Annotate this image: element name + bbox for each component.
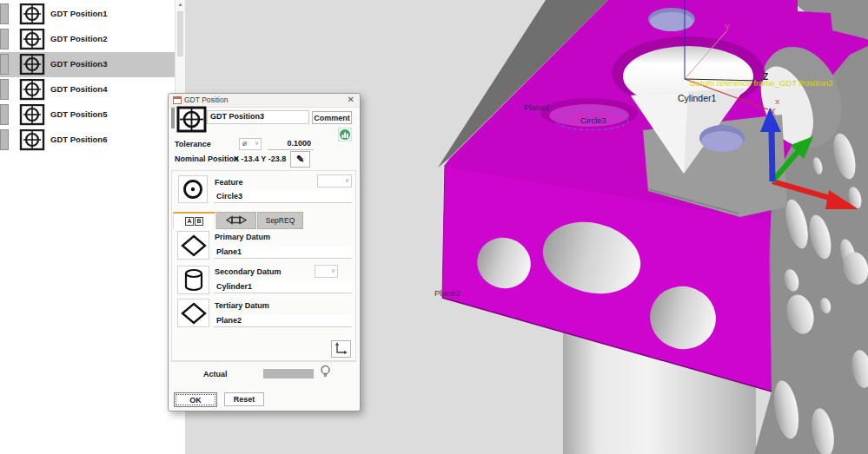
dialog-app-icon bbox=[173, 96, 182, 104]
tertiary-datum-input[interactable]: Plane2 bbox=[214, 315, 352, 327]
lightbulb-icon[interactable] bbox=[320, 365, 331, 382]
scroll-up-icon[interactable]: ▲ bbox=[176, 0, 185, 9]
frame-axis-y-label: Y bbox=[725, 23, 731, 33]
list-item-label: GDT Position3 bbox=[50, 59, 107, 69]
gdt-list-panel: GDT Position1 GDT Position2 GDT Position… bbox=[0, 0, 184, 454]
edit-nominal-button[interactable]: ✎ bbox=[290, 151, 310, 168]
primary-datum-label: Primary Datum bbox=[215, 233, 270, 241]
chevron-down-icon: ∨ bbox=[345, 177, 349, 184]
feature-label: Feature bbox=[215, 178, 243, 187]
gdt-position-symbol-icon bbox=[176, 106, 207, 133]
tertiary-datum-plane-icon bbox=[177, 299, 209, 327]
scrollbar-thumb[interactable] bbox=[177, 11, 183, 56]
tab-b-label: B bbox=[195, 217, 203, 226]
gdt-position-icon bbox=[19, 54, 45, 79]
feature-dropdown[interactable]: ∨ bbox=[317, 174, 352, 188]
tertiary-datum-label: Tertiary Datum bbox=[215, 301, 269, 310]
list-item-gdt-position1[interactable]: GDT Position1 bbox=[0, 2, 176, 27]
tolerance-value-input[interactable]: 0.1000 bbox=[268, 138, 314, 150]
datum-frame-label: Datum reference frame_GDT Position3 bbox=[690, 78, 833, 88]
tab-movable-datum[interactable] bbox=[216, 212, 256, 229]
row-stub-icon bbox=[0, 29, 9, 49]
dialog-title: GDT Position bbox=[184, 95, 228, 104]
row-stub-icon bbox=[0, 104, 9, 125]
reset-button[interactable]: Reset bbox=[224, 392, 264, 406]
primary-datum-input[interactable]: Plane1 bbox=[214, 247, 352, 259]
gdt-position-icon bbox=[19, 29, 45, 54]
nominal-position-label: Nominal Position bbox=[175, 155, 239, 163]
tolerance-zone-dropdown[interactable]: ⌀ ∨ bbox=[239, 138, 262, 150]
tab-sepreq-label: SepREQ bbox=[266, 216, 295, 225]
tab-sepreq[interactable]: SepREQ bbox=[257, 212, 303, 229]
ok-button[interactable]: OK bbox=[174, 392, 217, 407]
actual-value-bar bbox=[263, 369, 314, 378]
list-item-label: GDT Position4 bbox=[50, 84, 107, 94]
list-item-label: GDT Position1 bbox=[50, 9, 107, 18]
row-stub-icon bbox=[0, 3, 9, 24]
spool-icon bbox=[226, 215, 247, 227]
tab-datum-ab[interactable]: A B bbox=[173, 212, 215, 229]
list-item-gdt-position6[interactable]: GDT Position6 bbox=[0, 128, 176, 153]
row-stub-icon bbox=[0, 54, 9, 75]
comment-button[interactable]: Comment bbox=[312, 111, 352, 124]
coordinate-system-button[interactable] bbox=[331, 340, 351, 358]
chevron-down-icon: ∨ bbox=[255, 140, 259, 147]
actual-label: Actual bbox=[203, 370, 228, 378]
list-item-label: GDT Position2 bbox=[50, 34, 107, 43]
separator bbox=[171, 361, 356, 362]
nominal-position-value: X -13.4 Y -23.8 bbox=[234, 155, 286, 163]
pencil-icon: ✎ bbox=[296, 154, 304, 164]
row-stub-icon bbox=[0, 79, 9, 100]
axes-icon bbox=[335, 342, 348, 355]
chevron-down-icon: ∨ bbox=[331, 267, 335, 274]
gdt-position-icon bbox=[19, 3, 45, 29]
gdt-position-icon bbox=[19, 79, 45, 104]
feature-circle-icon bbox=[178, 175, 208, 203]
list-item-gdt-position5[interactable]: GDT Position5 bbox=[0, 102, 176, 128]
drag-grip bbox=[171, 108, 175, 128]
tolerance-label: Tolerance bbox=[175, 140, 211, 148]
list-item-label: GDT Position6 bbox=[50, 135, 107, 144]
close-icon[interactable]: ✕ bbox=[348, 95, 354, 104]
list-item-gdt-position4[interactable]: GDT Position4 bbox=[0, 77, 176, 102]
primary-datum-plane-icon bbox=[177, 231, 209, 260]
list-item-gdt-position2[interactable]: GDT Position2 bbox=[0, 27, 176, 52]
diameter-symbol: ⌀ bbox=[242, 139, 247, 148]
name-input[interactable]: GDT Position3 bbox=[207, 110, 309, 124]
label-circle3: Circle3 bbox=[580, 115, 606, 125]
gdt-position-icon bbox=[19, 129, 45, 155]
label-plane1: Plane1 bbox=[524, 102, 550, 112]
gdt-position-icon bbox=[19, 104, 45, 129]
list-item-label: GDT Position5 bbox=[50, 109, 107, 119]
triad-x-label: X bbox=[775, 98, 780, 106]
histogram-icon[interactable] bbox=[338, 128, 352, 141]
row-stub-icon bbox=[0, 129, 9, 150]
label-plane2: Plane2 bbox=[434, 288, 461, 298]
secondary-datum-label: Secondary Datum bbox=[215, 267, 282, 276]
application-window: Y X Z Datum reference frame_GDT Position… bbox=[0, 0, 868, 454]
gdt-position-dialog: GDT Position ✕ GDT Position3 Comment Tol… bbox=[168, 93, 361, 411]
label-cylinder1: Cylinder1 bbox=[678, 93, 717, 103]
tab-a-label: A bbox=[185, 217, 194, 226]
secondary-datum-input[interactable]: Cylinder1 bbox=[214, 281, 352, 293]
list-item-gdt-position3-selected[interactable]: GDT Position3 bbox=[0, 52, 176, 77]
secondary-datum-dropdown[interactable]: ∨ bbox=[315, 265, 338, 278]
feature-value-input[interactable]: Circle3 bbox=[214, 191, 352, 203]
secondary-datum-cylinder-icon bbox=[177, 266, 209, 294]
